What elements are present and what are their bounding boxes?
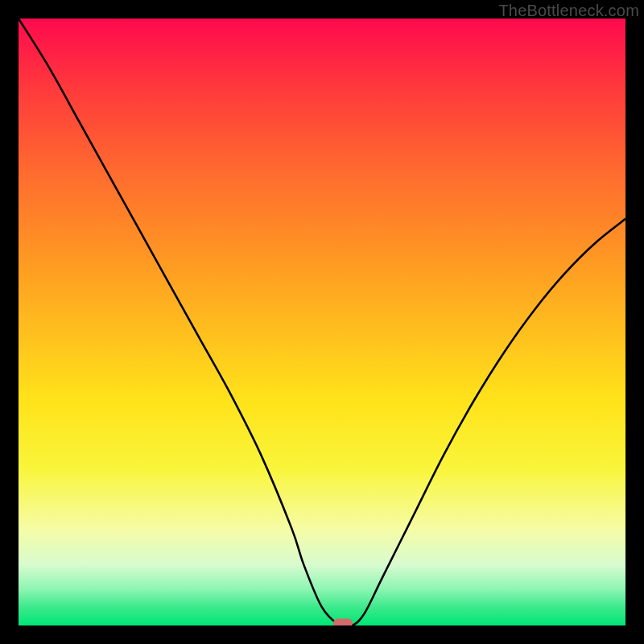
curve-path <box>19 19 625 625</box>
plot-area <box>19 19 625 625</box>
minimum-marker <box>333 619 353 626</box>
bottleneck-curve <box>19 19 625 625</box>
watermark-text: TheBottleneck.com <box>498 2 639 20</box>
chart-canvas: TheBottleneck.com <box>0 0 644 644</box>
